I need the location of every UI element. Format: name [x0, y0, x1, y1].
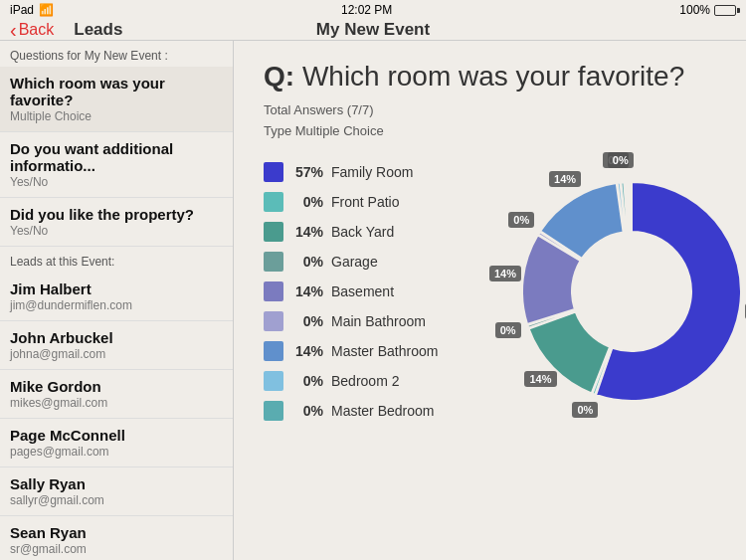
chart-label-4: 14% — [489, 266, 521, 281]
lead-item-3[interactable]: Page McConnell pages@gmail.com — [0, 419, 233, 467]
sidebar-item-question-0[interactable]: Which room was your favorite? Multiple C… — [0, 67, 233, 132]
legend-label-6: Master Bathroom — [331, 343, 438, 359]
legend-pct-6: 14% — [291, 343, 323, 359]
back-label[interactable]: Back — [19, 21, 55, 39]
legend-color-7 — [264, 371, 283, 391]
lead-1-email: johna@gmail.com — [10, 347, 223, 361]
lead-5-email: sr@gmail.com — [10, 542, 223, 556]
legend-label-4: Basement — [331, 283, 394, 299]
sidebar-item-question-2[interactable]: Did you like the property? Yes/No — [0, 198, 233, 247]
wifi-icon: 📶 — [39, 3, 54, 17]
question-0-subtitle: Multiple Choice — [10, 109, 223, 123]
leads-header: Leads at this Event: — [0, 247, 233, 273]
chart-label-1: 0% — [572, 402, 598, 418]
question-2-title: Did you like the property? — [10, 206, 223, 223]
main-content: Q: Which room was your favorite? Total A… — [234, 41, 746, 560]
sidebar-item-question-1[interactable]: Do you want additional informatio... Yes… — [0, 132, 233, 198]
question-2-subtitle: Yes/No — [10, 224, 223, 238]
question-1-subtitle: Yes/No — [10, 175, 223, 189]
nav-bar-left: ‹ Back Leads — [0, 19, 122, 42]
content-area: Questions for My New Event : Which room … — [0, 41, 746, 560]
question-prefix: Q: — [264, 61, 294, 92]
legend-pct-2: 14% — [291, 224, 323, 240]
sidebar-title: Leads — [64, 20, 122, 40]
legend-pct-4: 14% — [291, 283, 323, 299]
legend-label-0: Family Room — [331, 164, 413, 180]
legend-item-8: 0% Master Bedroom — [264, 401, 482, 421]
sidebar: Questions for My New Event : Which room … — [0, 41, 234, 560]
type-label: Type Multiple Choice — [264, 121, 716, 142]
question-text: Which room was your favorite? — [302, 61, 684, 92]
legend: 57% Family Room 0% Front Patio 14% Back … — [264, 162, 482, 431]
legend-color-6 — [264, 341, 283, 361]
status-right: 100% — [679, 3, 736, 17]
total-answers: Total Answers (7/7) — [264, 100, 716, 121]
chart-label-3: 0% — [495, 322, 521, 338]
legend-item-4: 14% Basement — [264, 281, 482, 301]
donut-chart: 57%0%14%0%14%0%14%0%0% — [502, 162, 746, 421]
legend-label-5: Main Bathroom — [331, 313, 426, 329]
legend-item-3: 0% Garage — [264, 252, 482, 272]
legend-pct-5: 0% — [291, 313, 323, 329]
lead-item-0[interactable]: Jim Halbert jim@dundermiflen.com — [0, 273, 233, 321]
lead-0-email: jim@dundermiflen.com — [10, 298, 223, 312]
questions-header: Questions for My New Event : — [0, 41, 233, 67]
legend-label-8: Master Bedroom — [331, 403, 434, 419]
legend-color-0 — [264, 162, 283, 182]
legend-color-4 — [264, 281, 283, 301]
lead-2-email: mikes@gmail.com — [10, 396, 223, 410]
legend-color-2 — [264, 222, 283, 242]
lead-4-email: sallyr@gmail.com — [10, 493, 223, 507]
status-bar: iPad 📶 12:02 PM 100% — [0, 0, 746, 20]
question-title: Q: Which room was your favorite? — [264, 61, 716, 93]
legend-label-1: Front Patio — [331, 194, 399, 210]
legend-pct-3: 0% — [291, 254, 323, 270]
legend-item-7: 0% Bedroom 2 — [264, 371, 482, 391]
lead-4-name: Sally Ryan — [10, 475, 223, 492]
question-1-title: Do you want additional informatio... — [10, 140, 223, 174]
legend-item-2: 14% Back Yard — [264, 222, 482, 242]
chart-label-2: 14% — [524, 371, 556, 387]
legend-color-1 — [264, 192, 283, 212]
lead-item-4[interactable]: Sally Ryan sallyr@gmail.com — [0, 467, 233, 516]
chart-label-5: 0% — [508, 212, 534, 228]
lead-3-email: pages@gmail.com — [10, 445, 223, 459]
battery-pct: 100% — [679, 3, 710, 17]
chart-label-8: 0% — [608, 152, 634, 168]
lead-item-1[interactable]: John Arbuckel johna@gmail.com — [0, 321, 233, 370]
battery-icon — [714, 5, 736, 16]
question-0-title: Which room was your favorite? — [10, 75, 223, 108]
chart-area: 57% Family Room 0% Front Patio 14% Back … — [264, 162, 716, 431]
ipad-label: iPad — [10, 3, 34, 17]
legend-label-2: Back Yard — [331, 224, 394, 240]
legend-pct-1: 0% — [291, 194, 323, 210]
status-left: iPad 📶 — [10, 3, 54, 17]
lead-1-name: John Arbuckel — [10, 329, 223, 346]
legend-color-8 — [264, 401, 283, 421]
legend-pct-8: 0% — [291, 403, 323, 419]
legend-item-1: 0% Front Patio — [264, 192, 482, 212]
legend-color-5 — [264, 311, 283, 331]
chart-label-6: 14% — [549, 171, 581, 187]
back-arrow-icon: ‹ — [10, 19, 17, 42]
legend-pct-0: 57% — [291, 164, 323, 180]
lead-0-name: Jim Halbert — [10, 280, 223, 297]
nav-bar: ‹ Back Leads My New Event — [0, 20, 746, 41]
legend-item-6: 14% Master Bathroom — [264, 341, 482, 361]
legend-label-3: Garage — [331, 254, 378, 270]
lead-5-name: Sean Ryan — [10, 524, 223, 541]
legend-label-7: Bedroom 2 — [331, 373, 399, 389]
legend-item-5: 0% Main Bathroom — [264, 311, 482, 331]
app-container: ‹ Back Leads My New Event Questions for … — [0, 20, 746, 560]
legend-pct-7: 0% — [291, 373, 323, 389]
main-nav-title: My New Event — [316, 20, 430, 40]
lead-item-2[interactable]: Mike Gordon mikes@gmail.com — [0, 370, 233, 419]
legend-item-0: 57% Family Room — [264, 162, 482, 182]
back-button[interactable]: ‹ Back — [0, 19, 64, 42]
question-meta: Total Answers (7/7) Type Multiple Choice — [264, 100, 716, 142]
lead-3-name: Page McConnell — [10, 427, 223, 444]
lead-item-5[interactable]: Sean Ryan sr@gmail.com — [0, 516, 233, 560]
legend-color-3 — [264, 252, 283, 272]
status-time: 12:02 PM — [341, 3, 392, 17]
lead-2-name: Mike Gordon — [10, 378, 223, 395]
